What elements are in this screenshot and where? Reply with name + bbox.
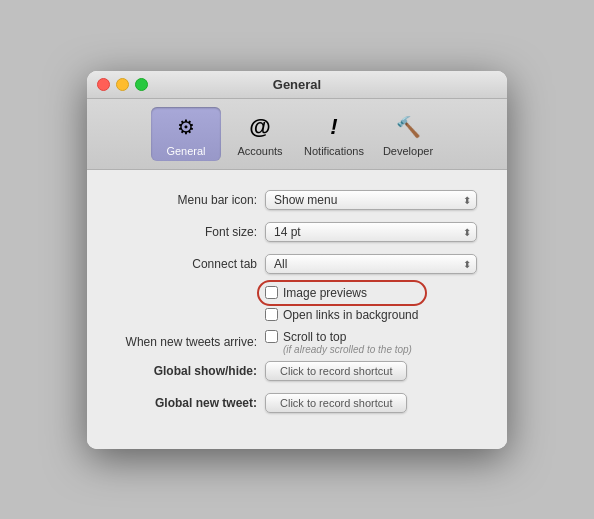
minimize-button[interactable] (116, 78, 129, 91)
scroll-to-top-label: Scroll to top (283, 330, 346, 344)
global-new-tweet-label: Global new tweet: (117, 396, 257, 410)
global-show-hide-label: Global show/hide: (117, 364, 257, 378)
scroll-to-top-checkbox[interactable] (265, 330, 278, 343)
main-window: General ⚙ General @ Accounts ! Notificat… (87, 71, 507, 449)
global-show-hide-row: Global show/hide: Click to record shortc… (117, 361, 477, 381)
global-show-hide-button[interactable]: Click to record shortcut (265, 361, 407, 381)
general-icon: ⚙ (170, 111, 202, 143)
settings-content: Menu bar icon: Show menu ⬍ Font size: 14… (87, 170, 507, 449)
new-tweets-label: When new tweets arrive: (117, 335, 257, 349)
connecttab-label: Connect tab (117, 257, 257, 271)
toolbar: ⚙ General @ Accounts ! Notifications 🔨 D… (87, 99, 507, 170)
toolbar-item-accounts[interactable]: @ Accounts (225, 107, 295, 161)
toolbar-label-general: General (166, 145, 205, 157)
toolbar-item-general[interactable]: ⚙ General (151, 107, 221, 161)
menubar-icon-select[interactable]: Show menu (265, 190, 477, 210)
image-preview-container: Image previews (265, 286, 367, 300)
fontsize-row: Font size: 14 pt ⬍ (117, 222, 477, 242)
connecttab-row: Connect tab All ⬍ (117, 254, 477, 274)
toolbar-label-developer: Developer (383, 145, 433, 157)
open-links-row: Open links in background (117, 308, 477, 322)
notifications-icon: ! (318, 111, 350, 143)
developer-icon: 🔨 (392, 111, 424, 143)
titlebar: General (87, 71, 507, 99)
new-tweets-right: Scroll to top (if already scrolled to th… (265, 330, 412, 355)
maximize-button[interactable] (135, 78, 148, 91)
fontsize-select[interactable]: 14 pt (265, 222, 477, 242)
scroll-hint: (if already scrolled to the top) (265, 344, 412, 355)
window-title: General (273, 77, 321, 92)
traffic-lights (97, 78, 148, 91)
fontsize-select-wrapper: 14 pt ⬍ (265, 222, 477, 242)
open-links-label: Open links in background (283, 308, 418, 322)
accounts-icon: @ (244, 111, 276, 143)
image-previews-checkbox[interactable] (265, 286, 278, 299)
menubar-select-wrapper: Show menu ⬍ (265, 190, 477, 210)
global-new-tweet-row: Global new tweet: Click to record shortc… (117, 393, 477, 413)
image-previews-row: Image previews (117, 286, 477, 300)
toolbar-item-notifications[interactable]: ! Notifications (299, 107, 369, 161)
toolbar-label-accounts: Accounts (237, 145, 282, 157)
open-links-checkbox[interactable] (265, 308, 278, 321)
toolbar-item-developer[interactable]: 🔨 Developer (373, 107, 443, 161)
connecttab-select[interactable]: All (265, 254, 477, 274)
menubar-row: Menu bar icon: Show menu ⬍ (117, 190, 477, 210)
toolbar-label-notifications: Notifications (304, 145, 364, 157)
new-tweets-row: When new tweets arrive: Scroll to top (i… (117, 330, 477, 355)
close-button[interactable] (97, 78, 110, 91)
menubar-icon-label: Menu bar icon: (117, 193, 257, 207)
global-new-tweet-button[interactable]: Click to record shortcut (265, 393, 407, 413)
image-previews-label: Image previews (283, 286, 367, 300)
connecttab-select-wrapper: All ⬍ (265, 254, 477, 274)
fontsize-label: Font size: (117, 225, 257, 239)
